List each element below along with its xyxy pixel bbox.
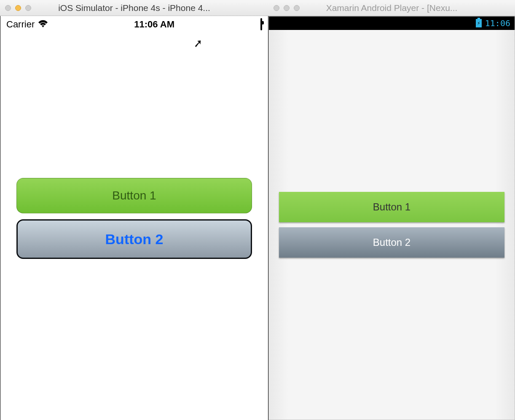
button-1[interactable]: Button 1 — [16, 178, 252, 213]
android-screen: ⚡ 11:06 Button 1 Button 2 — [268, 16, 515, 420]
zoom-icon[interactable] — [294, 5, 300, 11]
android-player-window: Xamarin Android Player - [Nexu... ⚡ 11:0… — [268, 0, 515, 420]
ios-simulator-window: iOS Simulator - iPhone 4s - iPhone 4... … — [0, 0, 268, 420]
ios-time: 11:06 AM — [134, 19, 174, 30]
ios-content: Button 1 Button 2 — [0, 33, 268, 404]
button-1-label: Button 1 — [373, 201, 410, 213]
ios-window-title: iOS Simulator - iPhone 4s - iPhone 4... — [0, 3, 268, 13]
battery-icon — [260, 19, 262, 30]
carrier-label: Carrier — [6, 19, 35, 30]
button-2[interactable]: Button 2 — [16, 219, 252, 259]
button-2-label: Button 2 — [373, 237, 410, 248]
button-1[interactable]: Button 1 — [279, 192, 504, 222]
wifi-icon — [38, 19, 48, 30]
close-icon[interactable] — [5, 5, 11, 11]
ios-status-bar: Carrier 11:06 AM — [0, 16, 268, 33]
ios-titlebar[interactable]: iOS Simulator - iPhone 4s - iPhone 4... — [0, 0, 268, 16]
android-titlebar[interactable]: Xamarin Android Player - [Nexu... — [268, 0, 515, 16]
battery-charging-icon: ⚡ — [476, 19, 482, 27]
android-time: 11:06 — [485, 18, 510, 28]
button-2-label: Button 2 — [105, 231, 164, 248]
android-window-title: Xamarin Android Player - [Nexu... — [268, 3, 515, 13]
android-content: Button 1 Button 2 — [269, 30, 515, 420]
zoom-icon[interactable] — [25, 5, 31, 11]
android-status-bar: ⚡ 11:06 — [269, 16, 515, 30]
minimize-icon[interactable] — [15, 5, 21, 11]
button-2[interactable]: Button 2 — [279, 227, 504, 258]
minimize-icon[interactable] — [284, 5, 290, 11]
close-icon[interactable] — [274, 5, 279, 11]
ios-screen: Carrier 11:06 AM ➚ Button 1 Button 2 — [0, 16, 268, 420]
button-1-label: Button 1 — [112, 189, 156, 202]
